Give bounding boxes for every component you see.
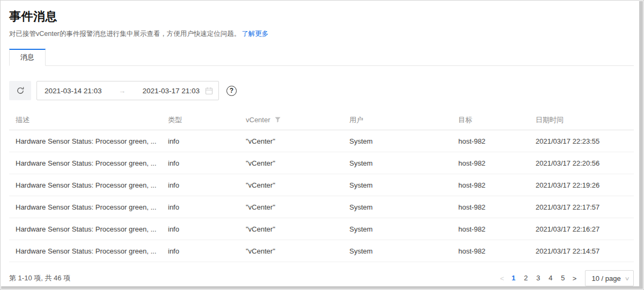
range-arrow-icon: → [102, 87, 143, 95]
cell-type: info [162, 203, 239, 211]
cell-datetime: 2021/03/17 22:20:56 [529, 159, 634, 167]
calendar-icon [200, 87, 213, 95]
events-table: 描述 类型 vCenter 用户 目标 日期时间 Hardware Se [9, 110, 634, 262]
next-page-button[interactable]: > [569, 274, 580, 282]
filter-icon[interactable] [275, 117, 281, 123]
tab-messages[interactable]: 消息 [9, 49, 46, 66]
cell-vcenter: "vCenter" [239, 137, 343, 145]
vertical-scrollbar[interactable] [639, 1, 643, 286]
refresh-icon [16, 86, 25, 95]
cell-target: host-982 [452, 203, 529, 211]
help-icon[interactable]: ? [226, 86, 237, 96]
cell-user: System [343, 203, 452, 211]
date-end-value[interactable]: 2021-03-17 21:03 [142, 87, 200, 95]
learn-more-link[interactable]: 了解更多 [241, 30, 268, 38]
cell-description: Hardware Sensor Status: Processor green,… [9, 247, 162, 255]
cell-target: host-982 [452, 247, 529, 255]
column-header-vcenter: vCenter [239, 116, 343, 124]
cell-user: System [343, 181, 452, 189]
cell-type: info [162, 225, 239, 233]
chevron-down-icon: ∨ [624, 276, 630, 281]
refresh-button[interactable] [9, 81, 31, 100]
column-header-datetime: 日期时间 [529, 115, 634, 125]
date-range-picker[interactable]: 2021-03-14 21:03 → 2021-03-17 21:03 [36, 81, 219, 100]
cell-description: Hardware Sensor Status: Processor green,… [9, 203, 162, 211]
page-button-5[interactable]: 5 [557, 272, 568, 285]
column-header-type: 类型 [162, 115, 239, 125]
column-header-target: 目标 [452, 115, 529, 125]
cell-user: System [343, 225, 452, 233]
cell-target: host-982 [452, 137, 529, 145]
pagination: < 1 2 3 4 5 > 10 / page ∨ [496, 270, 634, 286]
page-size-select[interactable]: 10 / page ∨ [585, 270, 634, 286]
cell-datetime: 2021/03/17 22:16:27 [529, 225, 634, 233]
cell-datetime: 2021/03/17 22:14:57 [529, 247, 634, 255]
cell-type: info [162, 181, 239, 189]
column-header-vcenter-label: vCenter [246, 116, 270, 124]
cell-vcenter: "vCenter" [239, 159, 343, 167]
cell-type: info [162, 159, 239, 167]
cell-user: System [343, 247, 452, 255]
cell-description: Hardware Sensor Status: Processor green,… [9, 159, 162, 167]
pagination-summary: 第 1-10 项, 共 46 项 [9, 273, 70, 283]
table-row: Hardware Sensor Status: Processor green,… [9, 240, 634, 262]
page-size-value: 10 / page [591, 274, 620, 282]
prev-page-button[interactable]: < [496, 274, 507, 282]
cell-vcenter: "vCenter" [239, 247, 343, 255]
cell-target: host-982 [452, 159, 529, 167]
table-row: Hardware Sensor Status: Processor green,… [9, 218, 634, 240]
page-description-text: 对已接管vCenter的事件报警消息进行集中展示查看，方便用户快速定位问题。 [9, 30, 240, 38]
table-header-row: 描述 类型 vCenter 用户 目标 日期时间 [9, 110, 634, 130]
event-message-page: 事件消息 对已接管vCenter的事件报警消息进行集中展示查看，方便用户快速定位… [0, 0, 644, 290]
page-button-2[interactable]: 2 [520, 272, 531, 285]
column-header-user: 用户 [343, 115, 452, 125]
cell-user: System [343, 159, 452, 167]
date-start-value[interactable]: 2021-03-14 21:03 [45, 87, 102, 95]
tab-bar: 消息 [9, 49, 634, 66]
page-button-3[interactable]: 3 [532, 272, 544, 285]
cell-datetime: 2021/03/17 22:17:57 [529, 203, 634, 211]
cell-datetime: 2021/03/17 22:19:26 [529, 181, 634, 189]
column-header-description: 描述 [9, 115, 162, 125]
cell-description: Hardware Sensor Status: Processor green,… [9, 137, 162, 145]
toolbar: 2021-03-14 21:03 → 2021-03-17 21:03 ? [9, 81, 634, 100]
cell-user: System [343, 137, 452, 145]
tab-messages-label: 消息 [20, 53, 34, 61]
horizontal-scrollbar[interactable] [1, 286, 643, 289]
cell-vcenter: "vCenter" [239, 181, 343, 189]
page-title: 事件消息 [9, 9, 634, 25]
cell-vcenter: "vCenter" [239, 225, 343, 233]
cell-type: info [162, 247, 239, 255]
cell-description: Hardware Sensor Status: Processor green,… [9, 181, 162, 189]
table-body: Hardware Sensor Status: Processor green,… [9, 130, 634, 262]
cell-datetime: 2021/03/17 22:23:55 [529, 137, 634, 145]
cell-target: host-982 [452, 181, 529, 189]
cell-type: info [162, 137, 239, 145]
cell-description: Hardware Sensor Status: Processor green,… [9, 225, 162, 233]
cell-target: host-982 [452, 225, 529, 233]
table-row: Hardware Sensor Status: Processor green,… [9, 130, 634, 152]
table-row: Hardware Sensor Status: Processor green,… [9, 152, 634, 174]
page-button-1[interactable]: 1 [508, 272, 519, 285]
page-button-4[interactable]: 4 [545, 272, 556, 285]
cell-vcenter: "vCenter" [239, 203, 343, 211]
table-row: Hardware Sensor Status: Processor green,… [9, 174, 634, 196]
page-description: 对已接管vCenter的事件报警消息进行集中展示查看，方便用户快速定位问题。了解… [9, 29, 634, 39]
table-row: Hardware Sensor Status: Processor green,… [9, 196, 634, 218]
